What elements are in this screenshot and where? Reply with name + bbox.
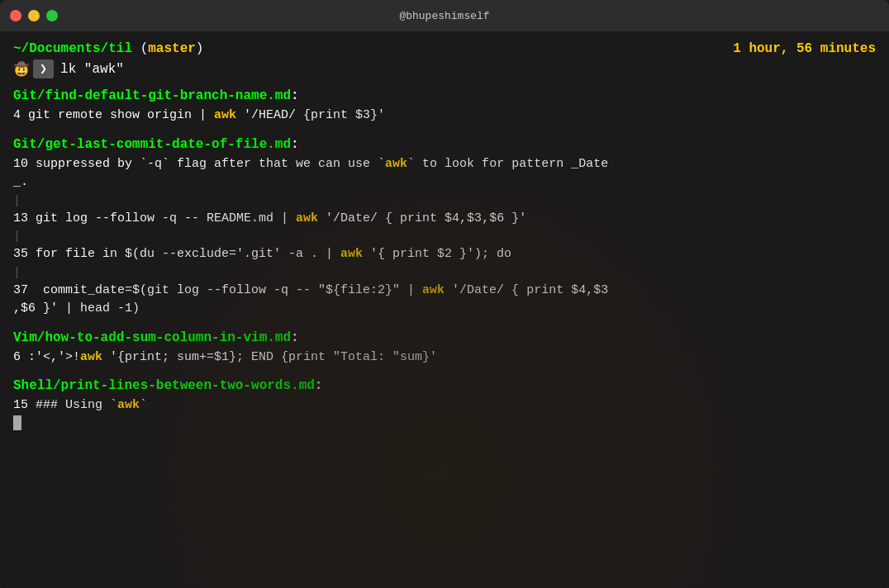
prompt-branch: master <box>148 41 196 56</box>
section-git-find-default: Git/find-default-git-branch-name.md: 4 g… <box>13 88 876 126</box>
terminal-window: @bhupeshimself ~/Documents/til ( master … <box>0 0 889 588</box>
prompt-path: ~/Documents/til <box>13 41 132 56</box>
maximize-button[interactable] <box>46 10 58 21</box>
code-line-2-10-cont: _. <box>13 173 876 192</box>
emoji-icon: 🤠 <box>13 61 30 78</box>
code-line-2-13: 13 git log --follow -q -- README.md | aw… <box>13 210 876 229</box>
separator-2: | <box>13 230 876 244</box>
code-line-1-4: 4 git remote show origin | awk '/HEAD/ {… <box>13 107 876 126</box>
prompt-arrow: ❯ <box>33 59 54 78</box>
file-heading-1: Git/find-default-git-branch-name.md: <box>13 88 876 103</box>
window-controls <box>10 10 58 21</box>
file-heading-4: Shell/print-lines-between-two-words.md: <box>13 378 876 393</box>
separator-3: | <box>13 266 876 280</box>
cursor-line <box>13 415 876 430</box>
code-line-3-6: 6 :'<,'>!awk '{print; sum+=$1}; END {pri… <box>13 349 876 368</box>
terminal-body[interactable]: ~/Documents/til ( master ) 1 hour, 56 mi… <box>0 31 889 588</box>
file-heading-3-text: Vim/how-to-add-sum-column-in-vim.md <box>13 330 291 345</box>
section-git-get-last-commit: Git/get-last-commit-date-of-file.md: 10 … <box>13 137 876 319</box>
file-heading-2-text: Git/get-last-commit-date-of-file.md <box>13 137 291 152</box>
titlebar: @bhupeshimself <box>0 0 889 31</box>
minimize-button[interactable] <box>28 10 40 21</box>
section-vim-sum: Vim/how-to-add-sum-column-in-vim.md: 6 :… <box>13 330 876 368</box>
code-line-2-37-cont: ,$6 }' | head -1) <box>13 300 876 319</box>
command-line: 🤠 ❯ lk "awk" <box>13 59 876 78</box>
code-line-2-35: 35 for file in $(du --exclude='.git' -a … <box>13 245 876 264</box>
paren-close: ) <box>196 41 204 56</box>
section-shell-print-lines: Shell/print-lines-between-two-words.md: … <box>13 378 876 430</box>
prompt-line: ~/Documents/til ( master ) 1 hour, 56 mi… <box>13 41 876 56</box>
cursor-block <box>13 415 21 430</box>
code-line-2-10: 10 suppressed by `-q` flag after that we… <box>13 155 876 174</box>
window-title: @bhupeshimself <box>399 10 489 22</box>
paren-open: ( <box>132 41 148 56</box>
file-heading-4-text: Shell/print-lines-between-two-words.md <box>13 378 315 393</box>
file-heading-2: Git/get-last-commit-date-of-file.md: <box>13 137 876 152</box>
close-button[interactable] <box>10 10 21 21</box>
prompt-time: 1 hour, 56 minutes <box>733 41 876 56</box>
code-line-2-37: 37 commit_date=$(git log --follow -q -- … <box>13 282 876 301</box>
command-text: lk "awk" <box>60 62 124 77</box>
separator-1: | <box>13 194 876 208</box>
file-heading-3: Vim/how-to-add-sum-column-in-vim.md: <box>13 330 876 345</box>
file-heading-1-text: Git/find-default-git-branch-name.md <box>13 88 291 103</box>
code-line-4-15: 15 ### Using `awk` <box>13 396 876 415</box>
